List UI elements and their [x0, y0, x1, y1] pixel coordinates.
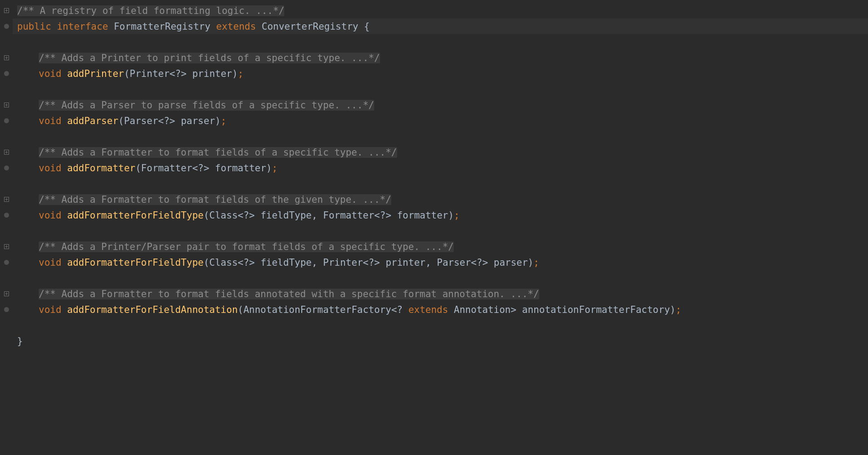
- fold-icon[interactable]: [4, 291, 9, 296]
- fold-icon[interactable]: [4, 103, 9, 107]
- folded-javadoc[interactable]: /** Adds a Formatter to format fields of…: [39, 194, 391, 205]
- method-name: addPrinter: [67, 68, 124, 79]
- fold-icon[interactable]: [4, 150, 9, 155]
- code-line[interactable]: void addFormatterForFieldAnnotation(Anno…: [13, 302, 868, 317]
- code-line[interactable]: [13, 129, 868, 144]
- code-line[interactable]: [13, 270, 868, 286]
- implements-marker-icon[interactable]: [4, 213, 9, 218]
- fold-icon[interactable]: [4, 8, 9, 13]
- implements-marker-icon[interactable]: [4, 118, 9, 123]
- code-line[interactable]: void addFormatter(Formatter<?> formatter…: [13, 160, 868, 176]
- keyword: void: [39, 68, 62, 79]
- code-editor[interactable]: /** A registry of field formatting logic…: [0, 0, 868, 455]
- type-name: FormatterRegistry: [114, 21, 210, 32]
- code-area[interactable]: /** A registry of field formatting logic…: [13, 0, 868, 455]
- type-name: ConverterRegistry: [262, 21, 358, 32]
- code-line[interactable]: /** Adds a Printer/Parser pair to format…: [13, 239, 868, 254]
- folded-javadoc[interactable]: /** Adds a Parser to parse fields of a s…: [39, 100, 374, 111]
- code-line[interactable]: public interface FormatterRegistry exten…: [13, 18, 868, 34]
- fold-icon[interactable]: [4, 197, 9, 202]
- code-line[interactable]: void addFormatterForFieldType(Class<?> f…: [13, 207, 868, 223]
- code-line[interactable]: [13, 81, 868, 97]
- folded-javadoc[interactable]: /** Adds a Printer to print fields of a …: [39, 53, 380, 63]
- code-line[interactable]: }: [13, 333, 868, 349]
- keyword: extends: [216, 21, 256, 32]
- code-line[interactable]: /** Adds a Formatter to format fields of…: [13, 144, 868, 160]
- implements-marker-icon[interactable]: [4, 24, 9, 29]
- fold-icon[interactable]: [4, 244, 9, 249]
- implements-marker-icon[interactable]: [4, 260, 9, 265]
- folded-javadoc[interactable]: /** Adds a Formatter to format fields an…: [39, 289, 539, 299]
- code-line[interactable]: void addParser(Parser<?> parser);: [13, 113, 868, 129]
- implements-marker-icon[interactable]: [4, 71, 9, 76]
- folded-javadoc[interactable]: /** Adds a Formatter to format fields of…: [39, 147, 397, 158]
- code-line[interactable]: /** Adds a Formatter to format fields of…: [13, 192, 868, 207]
- method-name: addFormatterForFieldType: [67, 210, 203, 221]
- code-line[interactable]: /** A registry of field formatting logic…: [13, 3, 868, 18]
- code-line[interactable]: /** Adds a Formatter to format fields an…: [13, 286, 868, 302]
- fold-icon[interactable]: [4, 55, 9, 60]
- method-name: addFormatterForFieldAnnotation: [67, 304, 237, 315]
- method-name: addFormatter: [67, 163, 135, 174]
- method-name: addFormatterForFieldType: [67, 257, 203, 268]
- code-line[interactable]: [13, 34, 868, 50]
- code-line[interactable]: [13, 317, 868, 333]
- brace: {: [364, 21, 370, 32]
- code-line[interactable]: [13, 223, 868, 239]
- keyword: interface: [57, 21, 108, 32]
- keyword: extends: [408, 304, 448, 315]
- code-line[interactable]: void addPrinter(Printer<?> printer);: [13, 66, 868, 81]
- code-line[interactable]: void addFormatterForFieldType(Class<?> f…: [13, 254, 868, 270]
- brace: }: [17, 336, 23, 347]
- keyword: public: [17, 21, 51, 32]
- gutter: [0, 0, 13, 455]
- code-line[interactable]: /** Adds a Printer to print fields of a …: [13, 50, 868, 66]
- implements-marker-icon[interactable]: [4, 165, 9, 170]
- code-line[interactable]: [13, 176, 868, 192]
- folded-javadoc[interactable]: /** A registry of field formatting logic…: [17, 5, 284, 16]
- folded-javadoc[interactable]: /** Adds a Printer/Parser pair to format…: [39, 241, 454, 252]
- method-name: addParser: [67, 116, 118, 126]
- code-line[interactable]: /** Adds a Parser to parse fields of a s…: [13, 97, 868, 113]
- implements-marker-icon[interactable]: [4, 307, 9, 312]
